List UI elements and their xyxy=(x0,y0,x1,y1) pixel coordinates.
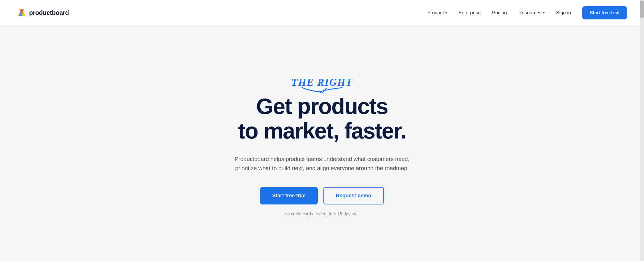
hero-title: Get products to market, faster. xyxy=(238,94,406,143)
disclaimer-text: No credit card needed, free 15-day trial… xyxy=(284,211,360,216)
request-demo-button[interactable]: Request demo xyxy=(323,187,384,204)
sign-in-link[interactable]: Sign in xyxy=(556,10,571,16)
hero-title-area: THE RIGHT Get products to market, faster… xyxy=(238,76,406,143)
resources-nav-link[interactable]: Resources ▾ xyxy=(518,10,545,16)
start-trial-hero-button[interactable]: Start free trial xyxy=(260,187,317,204)
logo-text: productboard xyxy=(29,9,69,17)
scrollbar[interactable] xyxy=(640,0,644,261)
hero-description: Productboard helps product teams underst… xyxy=(225,154,419,173)
pricing-nav-link[interactable]: Pricing xyxy=(492,10,507,16)
logo[interactable]: productboard xyxy=(17,8,69,17)
hero-buttons: Start free trial Request demo xyxy=(260,187,384,204)
hero-handwriting-text: THE RIGHT xyxy=(291,76,353,88)
hero-section: THE RIGHT Get products to market, faster… xyxy=(0,26,644,261)
logo-icon xyxy=(17,8,26,17)
resources-chevron-icon: ▾ xyxy=(543,11,545,15)
enterprise-nav-link[interactable]: Enterprise xyxy=(458,10,480,16)
product-nav-link[interactable]: Product ▾ xyxy=(427,10,447,16)
scrollbar-thumb[interactable] xyxy=(640,1,644,18)
main-nav: productboard Product ▾ Enterprise Pricin… xyxy=(0,0,644,26)
start-trial-nav-button[interactable]: Start free trial xyxy=(582,6,627,19)
product-chevron-icon: ▾ xyxy=(445,11,447,15)
nav-links: Product ▾ Enterprise Pricing Resources ▾… xyxy=(427,6,627,19)
